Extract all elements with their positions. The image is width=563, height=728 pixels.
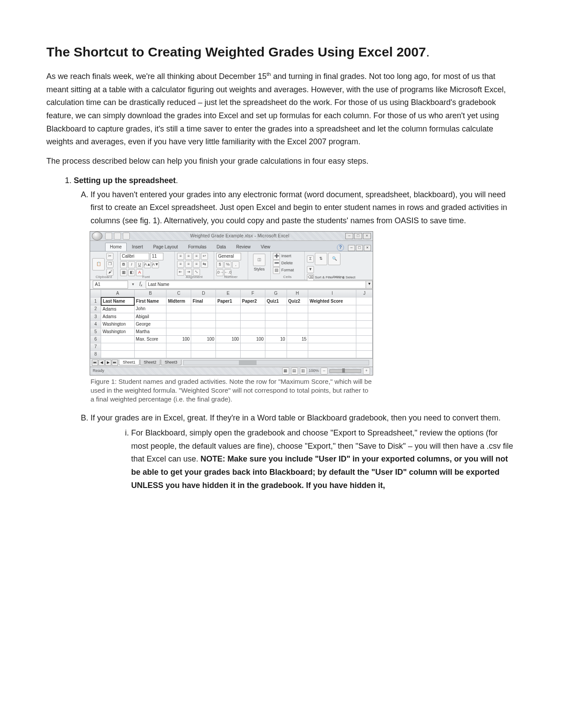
- tab-home[interactable]: Home: [105, 243, 127, 251]
- cell[interactable]: [166, 328, 191, 335]
- column-header[interactable]: F: [241, 289, 265, 297]
- insert-cells-icon[interactable]: ➕: [273, 253, 280, 260]
- column-header[interactable]: C: [166, 289, 191, 297]
- cell[interactable]: [191, 313, 216, 320]
- autosum-icon[interactable]: Σ: [307, 255, 314, 263]
- cell[interactable]: Final: [191, 297, 216, 305]
- cell[interactable]: [216, 350, 241, 358]
- close-icon[interactable]: ×: [363, 233, 371, 239]
- column-header[interactable]: E: [216, 289, 241, 297]
- zoom-out-icon[interactable]: –: [321, 368, 328, 375]
- cell[interactable]: 100: [216, 335, 241, 343]
- sheet-nav-last-icon[interactable]: ⏭: [112, 360, 118, 366]
- cell[interactable]: Paper2: [241, 297, 265, 305]
- number-format-dropdown[interactable]: General: [216, 253, 241, 260]
- minimize-icon[interactable]: –: [345, 233, 353, 239]
- cell[interactable]: [356, 350, 373, 358]
- cell[interactable]: [287, 328, 308, 335]
- cell[interactable]: [265, 328, 287, 335]
- cell[interactable]: [356, 320, 373, 328]
- sheet-tab-2[interactable]: Sheet2: [140, 360, 161, 366]
- font-name-dropdown[interactable]: Calibri: [120, 253, 149, 260]
- cell[interactable]: Adams: [101, 313, 134, 320]
- percent-icon[interactable]: %: [224, 261, 231, 268]
- zoom-in-icon[interactable]: +: [363, 368, 370, 375]
- cell[interactable]: [101, 335, 134, 343]
- sheet-nav-first-icon[interactable]: ⏮: [92, 360, 98, 366]
- cell[interactable]: [241, 343, 265, 350]
- sort-filter-icon[interactable]: ⇅: [315, 253, 327, 265]
- cell[interactable]: 100: [166, 335, 191, 343]
- cell[interactable]: [265, 313, 287, 320]
- cell[interactable]: [166, 313, 191, 320]
- row-header[interactable]: 5: [91, 328, 101, 335]
- cell[interactable]: [191, 305, 216, 313]
- doc-close-icon[interactable]: ×: [364, 245, 371, 251]
- cell[interactable]: Abigail: [134, 313, 166, 320]
- cell[interactable]: [287, 313, 308, 320]
- cell[interactable]: Quiz1: [265, 297, 287, 305]
- cell[interactable]: Weighted Score: [308, 297, 356, 305]
- name-box[interactable]: A1: [93, 281, 128, 289]
- office-button-icon[interactable]: [92, 232, 102, 240]
- cell[interactable]: Washington: [101, 320, 134, 328]
- cell[interactable]: [356, 305, 373, 313]
- sheet-nav-prev-icon[interactable]: ◀: [98, 360, 105, 366]
- tab-data[interactable]: Data: [212, 243, 231, 251]
- cell[interactable]: Midterm: [166, 297, 191, 305]
- row-header[interactable]: 6: [91, 335, 101, 343]
- maximize-icon[interactable]: □: [354, 233, 362, 239]
- column-header[interactable]: H: [287, 289, 308, 297]
- cell[interactable]: [166, 350, 191, 358]
- cell[interactable]: First Name: [134, 297, 166, 305]
- cell[interactable]: [356, 313, 373, 320]
- cell[interactable]: Washington: [101, 328, 134, 335]
- column-header[interactable]: J: [356, 289, 373, 297]
- cell[interactable]: Max. Score: [134, 335, 166, 343]
- cell[interactable]: [101, 350, 134, 358]
- align-bottom-icon[interactable]: ≡: [193, 253, 200, 260]
- cell[interactable]: [308, 335, 356, 343]
- find-select-icon[interactable]: 🔍: [328, 253, 340, 265]
- cell[interactable]: [191, 328, 216, 335]
- help-icon[interactable]: ?: [337, 244, 344, 251]
- delete-cells-icon[interactable]: ➖: [273, 260, 280, 267]
- cell[interactable]: [308, 313, 356, 320]
- cell[interactable]: 100: [191, 335, 216, 343]
- currency-icon[interactable]: $: [216, 261, 223, 268]
- spreadsheet-grid[interactable]: ABCDEFGHIJ1Last NameFirst NameMidtermFin…: [90, 289, 373, 358]
- cell[interactable]: [356, 297, 373, 305]
- sheet-tab-3[interactable]: Sheet3: [161, 360, 181, 366]
- view-normal-icon[interactable]: ▦: [282, 368, 289, 375]
- align-left-icon[interactable]: ≡: [177, 261, 184, 268]
- align-top-icon[interactable]: ≡: [177, 253, 184, 260]
- italic-icon[interactable]: I: [128, 261, 135, 268]
- cell[interactable]: [216, 313, 241, 320]
- doc-minimize-icon[interactable]: –: [348, 245, 355, 251]
- cell[interactable]: [356, 328, 373, 335]
- namebox-dropdown-icon[interactable]: ▾: [130, 281, 136, 288]
- cell[interactable]: [216, 328, 241, 335]
- cell[interactable]: Adams: [101, 305, 134, 313]
- column-header[interactable]: A: [101, 289, 134, 297]
- cell[interactable]: [241, 328, 265, 335]
- cell[interactable]: [134, 343, 166, 350]
- save-icon[interactable]: [105, 233, 112, 240]
- row-header[interactable]: 1: [91, 297, 101, 305]
- cell[interactable]: 10: [265, 335, 287, 343]
- tab-view[interactable]: View: [256, 243, 275, 251]
- column-header[interactable]: B: [134, 289, 166, 297]
- cell[interactable]: [287, 320, 308, 328]
- cell[interactable]: [166, 305, 191, 313]
- cell[interactable]: Last Name: [101, 297, 134, 305]
- cell[interactable]: [241, 320, 265, 328]
- cell[interactable]: [191, 320, 216, 328]
- cell[interactable]: [265, 343, 287, 350]
- wrap-text-icon[interactable]: ↩: [201, 253, 208, 260]
- column-header[interactable]: D: [191, 289, 216, 297]
- cut-icon[interactable]: ✂: [106, 253, 113, 260]
- view-layout-icon[interactable]: ▤: [291, 368, 298, 375]
- fill-icon[interactable]: ▼: [307, 266, 314, 273]
- select-all-corner[interactable]: [91, 289, 101, 297]
- row-header[interactable]: 8: [91, 350, 101, 358]
